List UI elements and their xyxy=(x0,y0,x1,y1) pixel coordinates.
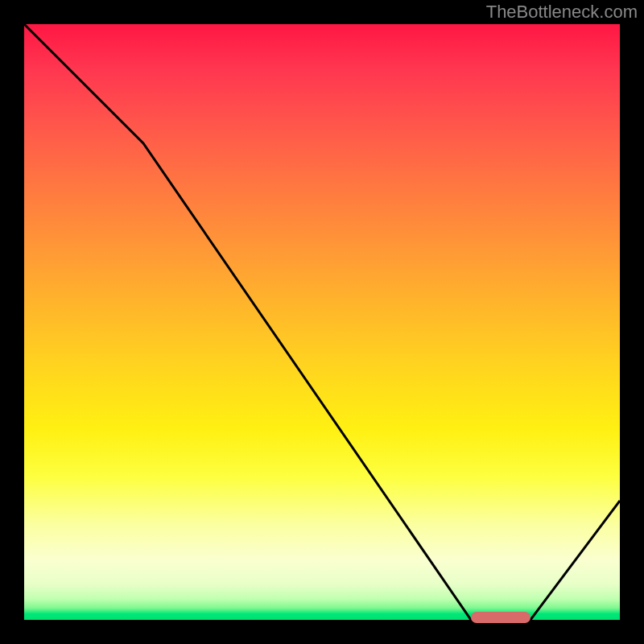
plot-area xyxy=(24,24,620,620)
line-curve xyxy=(24,24,620,620)
optimal-range-marker xyxy=(471,612,530,623)
watermark-text: TheBottleneck.com xyxy=(486,2,638,23)
chart-container: TheBottleneck.com xyxy=(0,0,644,644)
